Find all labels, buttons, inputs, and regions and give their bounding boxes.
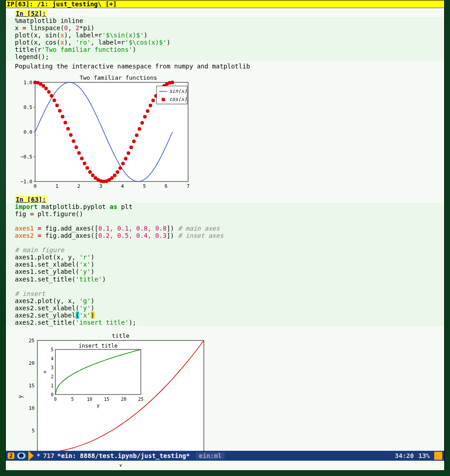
plot-2-svg: title 2520151050 012345 x y — [15, 331, 213, 467]
svg-text:25: 25 — [29, 338, 35, 344]
svg-text:2: 2 — [77, 183, 81, 189]
svg-text:2: 2 — [51, 374, 54, 379]
buffer-size: 717 — [43, 452, 54, 459]
svg-point-23 — [44, 86, 48, 90]
svg-text:0: 0 — [34, 183, 37, 189]
svg-text:y: y — [97, 403, 100, 408]
svg-point-57 — [138, 127, 141, 131]
svg-point-47 — [110, 176, 114, 180]
svg-point-50 — [118, 166, 122, 170]
window-badge: ❶ — [17, 453, 26, 459]
svg-point-34 — [75, 145, 78, 149]
svg-point-38 — [86, 166, 89, 170]
svg-text:0: 0 — [54, 397, 57, 402]
svg-point-52 — [124, 157, 127, 160]
svg-point-55 — [132, 139, 136, 143]
cell-prompt: In [52]: — [15, 10, 47, 17]
svg-point-30 — [63, 121, 67, 124]
plot-title: Two familiar functions — [80, 74, 157, 81]
svg-point-53 — [126, 151, 130, 155]
svg-text:5: 5 — [51, 347, 54, 352]
svg-text:3: 3 — [51, 365, 54, 370]
modified-star: * — [36, 452, 40, 459]
cell-prompt: In [63]: — [15, 196, 47, 203]
svg-text:20: 20 — [29, 360, 35, 366]
svg-point-32 — [69, 133, 72, 136]
svg-point-49 — [116, 170, 119, 174]
svg-text:4: 4 — [121, 183, 124, 189]
svg-rect-90 — [55, 349, 141, 394]
svg-point-27 — [55, 104, 59, 107]
svg-text:6: 6 — [165, 183, 168, 189]
cell-2[interactable]: In [63]: import matplotlib.pyplot as plt… — [6, 194, 444, 471]
modeline-arrow-icon — [28, 451, 34, 461]
editor-window: IP[63]: /1: just_testing\ [+] In [52]: %… — [5, 0, 445, 461]
svg-text:sin(x): sin(x) — [169, 88, 187, 94]
svg-point-31 — [66, 127, 70, 131]
svg-text:0.5: 0.5 — [23, 104, 32, 110]
svg-text:1.0: 1.0 — [23, 80, 32, 86]
svg-text:5: 5 — [143, 183, 146, 189]
svg-point-25 — [50, 94, 54, 97]
svg-point-51 — [121, 162, 125, 165]
svg-point-59 — [143, 115, 147, 118]
svg-text:10: 10 — [87, 397, 92, 402]
svg-point-28 — [58, 109, 62, 113]
svg-text:5: 5 — [32, 428, 35, 434]
svg-point-26 — [53, 98, 56, 102]
svg-text:7: 7 — [187, 183, 190, 189]
svg-text:1: 1 — [55, 183, 58, 189]
svg-text:10: 10 — [29, 405, 35, 411]
svg-text:0.0: 0.0 — [23, 129, 32, 135]
code-block-2[interactable]: import matplotlib.pyplot as plt fig = pl… — [6, 203, 444, 326]
svg-point-62 — [151, 99, 155, 102]
major-mode: ein:ml — [196, 452, 225, 459]
buffer-percent: 13% — [418, 452, 430, 459]
buffer-name: *ein: 8888/test.ipynb/just_testing* — [57, 452, 190, 459]
modeline-end-icon — [434, 452, 442, 460]
svg-point-56 — [135, 133, 139, 137]
plot-2: title 2520151050 012345 x y — [6, 328, 444, 470]
svg-text:1: 1 — [51, 383, 54, 388]
svg-point-60 — [146, 109, 149, 113]
cell-1[interactable]: In [52]: %matplotlib inline x = linspace… — [6, 8, 444, 194]
svg-point-61 — [148, 104, 152, 107]
svg-text:cos(x): cos(x) — [169, 96, 187, 102]
svg-text:25: 25 — [138, 397, 144, 402]
workspace-badge: 2 — [8, 453, 14, 459]
plot-1: Two familiar functions 1.0 0.5 0.0 −0.5 … — [6, 70, 444, 194]
svg-point-37 — [83, 162, 86, 165]
svg-point-58 — [140, 121, 144, 124]
plot-1-svg: Two familiar functions 1.0 0.5 0.0 −0.5 … — [15, 73, 190, 190]
svg-point-39 — [88, 170, 92, 173]
svg-text:5: 5 — [71, 397, 74, 402]
svg-text:4: 4 — [51, 356, 54, 361]
svg-text:15: 15 — [104, 397, 109, 402]
plot-2-title: title — [112, 332, 129, 339]
title-bar: IP[63]: /1: just_testing\ [+] — [6, 0, 444, 8]
svg-text:0: 0 — [51, 392, 54, 397]
cell-stdout: Populating the interactive namespace fro… — [6, 63, 444, 70]
svg-point-69 — [171, 81, 174, 84]
svg-text:insert title: insert title — [79, 343, 118, 349]
svg-point-36 — [80, 156, 84, 160]
svg-text:−1.0: −1.0 — [21, 179, 33, 185]
svg-text:15: 15 — [29, 383, 35, 389]
svg-point-35 — [77, 151, 81, 154]
code-block-1[interactable]: %matplotlib inline x = linspace(0, 2*pi)… — [6, 17, 444, 61]
cursor-position: 34:20 — [395, 452, 414, 459]
svg-point-33 — [72, 139, 75, 143]
svg-point-54 — [130, 145, 133, 149]
svg-text:y: y — [17, 395, 23, 399]
svg-point-40 — [91, 173, 94, 177]
svg-point-29 — [61, 115, 64, 118]
svg-text:20: 20 — [121, 397, 126, 402]
mode-line: 2 ❶ * 717 *ein: 8888/test.ipynb/just_tes… — [6, 451, 444, 461]
svg-text:−0.5: −0.5 — [21, 154, 33, 160]
plot-legend: sin(x) cos(x) — [157, 86, 187, 104]
svg-text:x: x — [119, 462, 122, 467]
svg-point-48 — [113, 173, 117, 177]
svg-text:3: 3 — [99, 183, 103, 189]
svg-point-22 — [41, 84, 45, 87]
svg-point-24 — [47, 90, 51, 94]
